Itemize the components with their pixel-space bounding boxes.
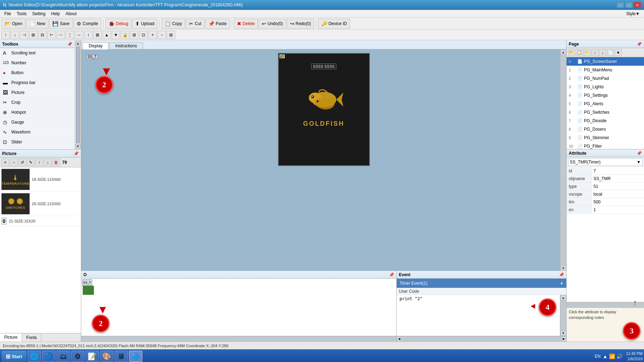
event-selector[interactable]: Timer Event(1) ▼ [397, 279, 566, 288]
menu-about[interactable]: About [63, 10, 79, 18]
align-center-v-button[interactable]: ⊟ [38, 31, 47, 39]
tray-icon-1[interactable]: ▲ [603, 354, 608, 359]
attr-row-objname[interactable]: objname SS_TMR [567, 175, 644, 183]
zoom-in-button[interactable]: + [148, 31, 157, 39]
debug-button[interactable]: 🐞 Debug [105, 19, 131, 29]
toolbox-scrollbar[interactable]: ▲ ▼ [75, 40, 81, 149]
compile-button[interactable]: ⚙ Compile [73, 19, 101, 29]
taskbar-app-tool[interactable]: ⚙ [71, 351, 84, 362]
menu-setting[interactable]: Setting [29, 10, 48, 18]
menu-file[interactable]: File [1, 10, 14, 18]
taskbar-app-nextion[interactable]: 🔷 [129, 351, 142, 362]
page-up-btn[interactable]: ↑ [591, 49, 598, 56]
same-width-button[interactable]: ↔ [75, 31, 83, 39]
page-item-8[interactable]: 8 📄 PG_Dosers [567, 125, 644, 133]
display-area[interactable]: ◀ 2 SS_T p0 SSSS SSSS [81, 49, 566, 271]
tab-display[interactable]: Display [83, 42, 108, 49]
picture-item-20[interactable]: SWITCHES 20-SIZE:115X60 [0, 192, 81, 216]
add-picture-button[interactable]: + [1, 159, 9, 166]
move-back-button[interactable]: ▼ [112, 31, 120, 39]
event-pin-icon[interactable]: 📌 [559, 272, 564, 277]
menu-tools[interactable]: Tools [14, 10, 29, 18]
toolbox-waveform[interactable]: ∿ Waveform [0, 127, 75, 137]
tab-picture[interactable]: Picture [0, 333, 22, 342]
minimize-button[interactable]: ─ [616, 2, 624, 8]
tray-icon-volume[interactable]: 🔊 [616, 354, 622, 359]
distribute-h-button[interactable]: ⋯ [57, 31, 65, 39]
event-scrollbar[interactable]: ▲ ▼ [560, 295, 566, 336]
attribute-selector[interactable]: SS_TMR(Timer) ▼ [568, 158, 643, 166]
taskbar-app-browser[interactable]: 🌐 [28, 351, 41, 362]
delete-button[interactable]: ✖ Delete [234, 19, 258, 29]
zoom-out-button[interactable]: − [158, 31, 166, 39]
output-pin-icon[interactable]: 📌 [389, 272, 394, 277]
taskbar-app-paint[interactable]: 🎨 [100, 351, 113, 362]
attribute-pin-icon[interactable]: 📌 [637, 151, 642, 156]
align-left-button[interactable]: ⊣ [20, 31, 28, 39]
cut-button[interactable]: ✂ Cut [186, 19, 205, 29]
picture-pin-icon[interactable]: 📌 [73, 151, 79, 156]
page-item-10[interactable]: 10 📄 PG_Filter [567, 142, 644, 149]
toolbox-number[interactable]: 123 Number [0, 58, 75, 68]
lock-button[interactable]: 🔒 [121, 31, 129, 39]
device-id-button[interactable]: 🔑 Device ID [318, 19, 350, 29]
page-pin-icon[interactable]: 📌 [637, 42, 642, 47]
toolbox-gauge[interactable]: ◷ Gauge [0, 117, 75, 127]
redo-button[interactable]: ↪ Redo(0) [287, 19, 314, 29]
clock[interactable]: 11:42 PM 1/8/2019 [626, 351, 643, 362]
picture-item-21[interactable]: 0 21-SIZE:15X20 [0, 216, 81, 226]
page-item-9[interactable]: 9 📄 PG_Skimmer [567, 133, 644, 142]
hmi-text-element[interactable]: SSSS SSSS [311, 64, 337, 69]
upload-button[interactable]: ⬆ Upload [132, 19, 158, 29]
page-item-4[interactable]: 4 📄 PG_Settings [567, 91, 644, 100]
page-item-1[interactable]: 1 📄 PG_MainMenu [567, 66, 644, 74]
same-height-button[interactable]: ↕ [84, 31, 93, 39]
toolbox-timer[interactable]: ⊙ Timer 1 ◀ [0, 147, 75, 149]
menu-help[interactable]: Help [48, 10, 63, 18]
attr-row-vscope[interactable]: vscope local [567, 190, 644, 198]
edit-picture-button[interactable]: ✎ [27, 159, 35, 166]
toolbox-slider[interactable]: ⊡ Slider [0, 137, 75, 147]
page-new-btn[interactable]: 📄 [607, 49, 614, 56]
attr-row-type[interactable]: type 51 [567, 183, 644, 190]
user-code-area[interactable]: print "2" 4 ◀ [397, 295, 560, 336]
display-right-scrollbar[interactable]: ▲ ▼ [560, 49, 566, 271]
page-copy-btn[interactable]: 📋 [576, 49, 583, 56]
move-down-picture-button[interactable]: ↓ [44, 159, 52, 166]
taskbar-app-terminal[interactable]: 🖥 [114, 351, 128, 362]
taskbar-app-notepad[interactable]: 📝 [85, 351, 99, 362]
toolbox-hotspot[interactable]: ⊕ Hotspot [0, 107, 75, 117]
move-front-button[interactable]: ▲ [102, 31, 111, 39]
page-open-btn[interactable]: 📂 [568, 49, 575, 56]
tray-icon-network[interactable]: 📶 [609, 354, 615, 359]
delete-picture-button[interactable]: 🗑 [52, 159, 60, 166]
open-button[interactable]: 📂 Open [1, 19, 25, 29]
page-item-3[interactable]: 3 📄 PG_Lights [567, 83, 644, 91]
copy-button[interactable]: 📋 Copy [161, 19, 185, 29]
attr-row-tim[interactable]: tim 500 [567, 198, 644, 206]
toolbox-pin-icon[interactable]: 📌 [67, 42, 72, 47]
align-center-h-button[interactable]: ⊞ [29, 31, 37, 39]
distribute-v-button[interactable]: ⋮ [66, 31, 74, 39]
picture-item-19[interactable]: 🌡 TEMPERATURE 19-SIZE:115X60 [0, 167, 81, 192]
taskbar-app-chrome[interactable]: 🔵 [42, 351, 55, 362]
same-size-button[interactable]: ⊠ [93, 31, 102, 39]
style-selector[interactable]: Style▼ [623, 11, 643, 17]
grid-button[interactable]: ⊞ [130, 31, 138, 39]
attr-row-id[interactable]: id 7 [567, 167, 644, 175]
start-button[interactable]: ⊞ Start [1, 351, 26, 362]
scroll-down-arrow[interactable]: ▼ [75, 144, 81, 149]
page-item-2[interactable]: 2 📄 PG_NumPad [567, 74, 644, 83]
page-item-7[interactable]: 7 📄 PG_Dioxide [567, 117, 644, 125]
remove-picture-button[interactable]: − [10, 159, 18, 166]
toolbox-button[interactable]: ● Button [0, 68, 75, 78]
paste-button[interactable]: 📌 Paste [205, 19, 230, 29]
snap-button[interactable]: ⊡ [139, 31, 148, 39]
refresh-picture-button[interactable]: ↺ [18, 159, 26, 166]
toolbox-crop[interactable]: ✂ Crop [0, 97, 75, 107]
close-button[interactable]: ✕ [633, 2, 641, 8]
align-right-button[interactable]: ⊢ [47, 31, 56, 39]
attribute-scrollbar[interactable] [567, 302, 644, 308]
toolbox-picture[interactable]: 🖼 Picture [0, 88, 75, 97]
move-up-picture-button[interactable]: ↑ [35, 159, 43, 166]
